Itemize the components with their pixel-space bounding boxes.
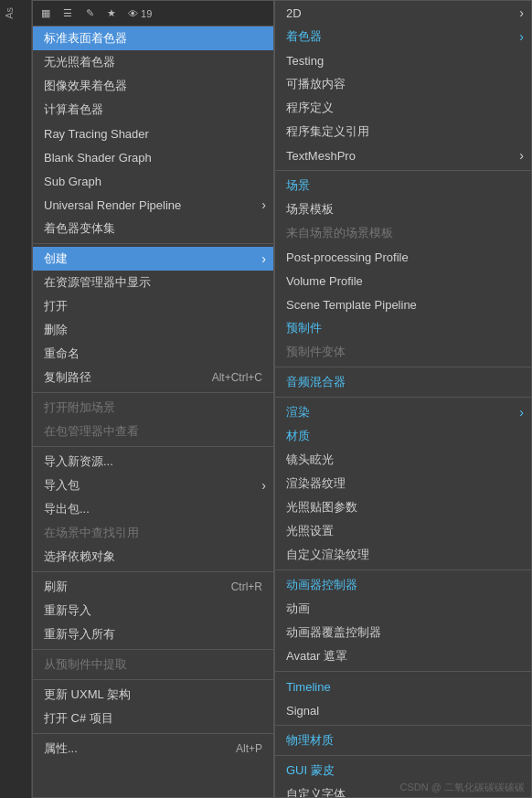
right-sep-3 — [275, 397, 531, 398]
shader-submenu: 标准表面着色器 无光照着色器 图像效果着色器 计算着色器 Ray Tracing… — [33, 27, 273, 240]
rename-item[interactable]: 重命名 — [33, 342, 273, 366]
shader-image-effect[interactable]: 图像效果着色器 — [33, 74, 273, 98]
right-item-prefab-variant: 预制件变体 — [275, 340, 531, 364]
refresh[interactable]: 刷新 Ctrl+R — [33, 575, 273, 599]
right-item-animation[interactable]: 动画 — [275, 597, 531, 621]
right-item-volume-profile[interactable]: Volume Profile — [275, 269, 531, 293]
right-item-scene-template-pipeline[interactable]: Scene Template Pipeline — [275, 293, 531, 316]
reimport-all[interactable]: 重新导入所有 — [33, 622, 273, 646]
right-sep-1 — [275, 170, 531, 171]
right-item-assembly-ref[interactable]: 程序集定义引用 — [275, 120, 531, 144]
eye-count: 👁 19 — [124, 5, 155, 23]
assets-label: As — [0, 0, 18, 27]
right-sep-5 — [275, 671, 531, 672]
right-sep-4 — [275, 569, 531, 570]
right-item-custom-render-texture[interactable]: 自定义渲染纹理 — [275, 543, 531, 567]
select-dependencies[interactable]: 选择依赖对象 — [33, 545, 273, 569]
separator-4 — [33, 571, 273, 572]
open-item[interactable]: 打开 — [33, 294, 273, 318]
right-item-signal[interactable]: Signal — [275, 698, 531, 722]
right-item-timeline[interactable]: Timeline — [275, 675, 531, 698]
right-item-scene-from-template: 来自场景的场景模板 — [275, 221, 531, 245]
open-additive: 打开附加场景 — [33, 396, 273, 420]
right-item-lighting-settings[interactable]: 光照设置 — [275, 519, 531, 543]
update-uxml[interactable]: 更新 UXML 架构 — [33, 683, 273, 707]
separator-7 — [33, 733, 273, 734]
shader-urp[interactable]: Universal Render Pipeline — [33, 193, 273, 217]
shader-standard[interactable]: 标准表面着色器 — [33, 27, 273, 50]
shader-ray-tracing[interactable]: Ray Tracing Shader — [33, 122, 273, 145]
export-package[interactable]: 导出包... — [33, 497, 273, 521]
separator-6 — [33, 679, 273, 680]
find-reference-in-scene: 在场景中查找引用 — [33, 521, 273, 545]
right-item-testing[interactable]: Testing — [275, 48, 531, 72]
copy-path[interactable]: 复制路径 Alt+Ctrl+C — [33, 366, 273, 389]
right-sep-2 — [275, 367, 531, 367]
right-item-postprocessing[interactable]: Post-processing Profile — [275, 245, 531, 269]
right-submenu: 2D 着色器 Testing 可播放内容 程序定义 程序集定义引用 TextMe… — [274, 0, 532, 798]
right-item-shader[interactable]: 着色器 — [275, 25, 531, 48]
icon-bar: ▦ ☰ ✎ ★ 👁 19 — [33, 1, 273, 27]
grid-icon[interactable]: ▦ — [37, 5, 55, 23]
right-sep-7 — [275, 755, 531, 756]
edit-icon[interactable]: ✎ — [80, 5, 99, 23]
right-item-assembly-def[interactable]: 程序定义 — [275, 96, 531, 120]
right-item-animator-controller[interactable]: 动画器控制器 — [275, 573, 531, 597]
extract-from-prefab: 从预制件中提取 — [33, 653, 273, 676]
right-item-audio-mixer[interactable]: 音频混合器 — [275, 370, 531, 394]
shader-sub-graph[interactable]: Sub Graph — [33, 169, 273, 193]
separator-3 — [33, 446, 273, 447]
view-in-package-manager: 在包管理器中查看 — [33, 420, 273, 443]
right-item-gui-skin[interactable]: GUI 蒙皮 — [275, 759, 531, 782]
reimport[interactable]: 重新导入 — [33, 599, 273, 622]
right-item-scene-template[interactable]: 场景模板 — [275, 197, 531, 221]
create-item[interactable]: 创建 — [33, 247, 273, 271]
watermark: CSDN @ 二氧化碳碳碳碳碳 — [400, 781, 525, 794]
separator-1 — [33, 243, 273, 244]
properties[interactable]: 属性... Alt+P — [33, 737, 273, 761]
shader-unlit[interactable]: 无光照着色器 — [33, 50, 273, 74]
shader-compute[interactable]: 计算着色器 — [33, 98, 273, 122]
right-item-render[interactable]: 渲染 — [275, 400, 531, 424]
assets-panel: As — [0, 0, 32, 798]
shader-blank-graph[interactable]: Blank Shader Graph — [33, 145, 273, 169]
import-new-asset[interactable]: 导入新资源... — [33, 450, 273, 473]
right-item-lens-flare[interactable]: 镜头眩光 — [275, 448, 531, 472]
right-item-avatar-mask[interactable]: Avatar 遮罩 — [275, 644, 531, 668]
show-in-explorer[interactable]: 在资源管理器中显示 — [33, 271, 273, 294]
right-item-physics-material[interactable]: 物理材质 — [275, 729, 531, 752]
right-item-material[interactable]: 材质 — [275, 424, 531, 448]
right-item-textmeshpro[interactable]: TextMeshPro — [275, 144, 531, 167]
separator-2 — [33, 392, 273, 393]
right-item-playable[interactable]: 可播放内容 — [275, 72, 531, 96]
shader-variant-collection[interactable]: 着色器变体集 — [33, 217, 273, 240]
right-item-lightmap-params[interactable]: 光照贴图参数 — [275, 495, 531, 519]
delete-item[interactable]: 删除 — [33, 318, 273, 342]
open-csharp[interactable]: 打开 C# 项目 — [33, 707, 273, 730]
separator-5 — [33, 649, 273, 650]
right-item-2d[interactable]: 2D — [275, 1, 531, 25]
right-item-scene[interactable]: 场景 — [275, 174, 531, 197]
right-sep-6 — [275, 725, 531, 726]
import-package[interactable]: 导入包 — [33, 473, 273, 497]
right-item-prefab[interactable]: 预制件 — [275, 316, 531, 340]
right-item-animator-override[interactable]: 动画器覆盖控制器 — [275, 621, 531, 644]
right-item-render-texture[interactable]: 渲染器纹理 — [275, 472, 531, 495]
list-icon[interactable]: ☰ — [59, 5, 77, 23]
star-icon[interactable]: ★ — [102, 5, 121, 23]
